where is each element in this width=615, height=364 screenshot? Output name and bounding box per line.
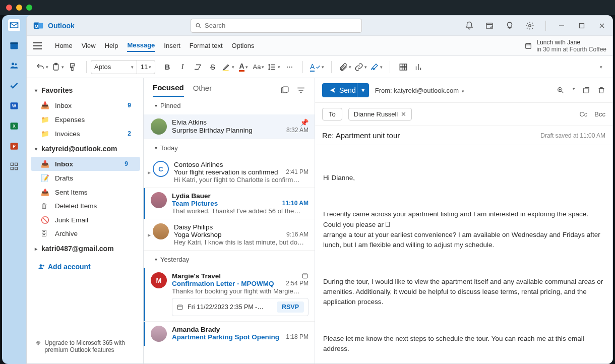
maximize-window-dot[interactable] [26, 5, 32, 11]
folder-inbox[interactable]: 📥 Inbox 9 [31, 157, 140, 171]
mail-item[interactable]: Lydia Bauer Team Pictures 11:10 AM That … [144, 188, 315, 219]
tab-help[interactable]: Help [105, 40, 118, 51]
svg-rect-28 [283, 87, 288, 92]
discard-icon[interactable] [597, 86, 605, 94]
folder-sent[interactable]: 📤 Sent Items [28, 185, 143, 199]
rsvp-button[interactable]: RSVP [277, 301, 304, 313]
font-selector[interactable]: Aptos▾ 11▾ [91, 60, 155, 74]
remove-recipient-icon[interactable]: ✕ [401, 110, 406, 118]
recipient-chip[interactable]: Dianne Russell ✕ [348, 108, 412, 120]
clear-format-button[interactable] [192, 60, 204, 74]
format-toolbar: ▾ ▾ Aptos▾ 11▾ B I S ▾ A▾ Aa▾ ▾ ⋯ [27, 56, 612, 78]
body-greeting: Hi Dianne, [323, 173, 604, 183]
tab-message[interactable]: Message [127, 39, 155, 52]
mail-item[interactable]: ▸ C Contoso Airlines Your flight reserva… [144, 157, 315, 188]
svg-rect-25 [400, 64, 407, 70]
bold-button[interactable]: B [161, 60, 173, 74]
italic-button[interactable]: I [176, 60, 189, 74]
filter-icon[interactable] [296, 86, 305, 95]
tab-other[interactable]: Other [193, 84, 212, 96]
cc-button[interactable]: Cc [579, 110, 587, 118]
thread-expand-icon[interactable]: ▸ [148, 169, 151, 176]
folder-drafts[interactable]: 📝 Drafts [28, 171, 143, 185]
subject-text[interactable]: Re: Apartment unit tour [322, 131, 400, 140]
window-minimize-icon[interactable] [557, 21, 566, 30]
window-close-icon[interactable] [597, 21, 606, 30]
thread-expand-icon[interactable]: ▸ [148, 231, 151, 238]
line-spacing-button[interactable]: ▾ [268, 60, 280, 74]
ribbon-expand-button[interactable]: ▾ [594, 60, 606, 74]
popout-icon[interactable] [582, 86, 590, 94]
folder-archive[interactable]: 🗄 Archive [28, 227, 143, 240]
word-rail-icon[interactable]: W [8, 100, 20, 112]
powerpoint-rail-icon[interactable]: P [8, 140, 20, 152]
section-pinned[interactable]: ▾ Pinned [144, 97, 315, 114]
more-format-button[interactable]: ⋯ [283, 60, 295, 74]
hamburger-icon[interactable] [33, 42, 42, 49]
settings-gear-icon[interactable] [525, 21, 534, 30]
select-mode-icon[interactable] [280, 86, 289, 95]
fav-expenses[interactable]: 📁 Expenses [28, 112, 143, 127]
tips-icon[interactable] [505, 21, 514, 30]
folder-deleted[interactable]: 🗑 Deleted Items [28, 199, 143, 213]
send-dropdown-button[interactable]: ▾ [357, 83, 369, 97]
upgrade-notice[interactable]: Upgrade to Microsoft 365 with premium Ou… [28, 333, 143, 359]
tab-insert[interactable]: Insert [164, 40, 180, 51]
fav-inbox[interactable]: 📥 Inbox 9 [28, 98, 143, 112]
highlight-button[interactable]: ▾ [222, 60, 234, 74]
zoom-dropdown[interactable]: ▾ [573, 86, 575, 94]
add-account-button[interactable]: Add account [28, 257, 143, 277]
tab-options[interactable]: Options [232, 40, 255, 51]
account1-header[interactable]: ▾ katyreid@outlook.com [28, 141, 143, 157]
change-case-button[interactable]: Aa▾ [253, 60, 265, 74]
format-painter-button[interactable] [67, 60, 79, 74]
undo-button[interactable]: ▾ [36, 60, 48, 74]
signature-button[interactable]: ▾ [370, 60, 383, 74]
mail-item[interactable]: M Margie's Travel Confirmation Letter - … [144, 268, 315, 322]
editor-button[interactable]: A▾ [310, 60, 324, 74]
table-button[interactable] [397, 60, 409, 74]
attach-button[interactable]: ▾ [339, 60, 351, 74]
tab-view[interactable]: View [82, 40, 96, 51]
favorites-header[interactable]: ▾ Favorites [28, 82, 143, 98]
more-apps-rail-icon[interactable] [8, 160, 20, 172]
my-day-icon[interactable] [485, 21, 494, 30]
font-color-button[interactable]: A▾ [237, 60, 250, 74]
calendar-rail-icon[interactable] [8, 39, 20, 51]
main-area: O Outlook Home View Help Mess [26, 15, 613, 364]
from-label[interactable]: From: katyreid@outlook.com ▾ [375, 87, 464, 94]
minimize-window-dot[interactable] [16, 5, 22, 11]
mail-item-pinned[interactable]: Elvia Atkins 📌 Surprise Birthday Plannin… [144, 114, 315, 139]
people-rail-icon[interactable] [8, 59, 20, 72]
poll-button[interactable] [412, 60, 424, 74]
compose-body[interactable]: Hi Dianne, I recently came across your a… [315, 145, 612, 363]
title-bar: O Outlook [27, 16, 612, 36]
todo-rail-icon[interactable] [8, 80, 20, 92]
calendar-reminder[interactable]: Lunch with Jane in 30 min at Fourth Coff… [524, 39, 606, 53]
fav-invoices[interactable]: 📁 Invoices 2 [28, 127, 143, 141]
mail-time: 8:32 AM [286, 127, 309, 134]
notification-bell-icon[interactable] [465, 21, 474, 30]
tab-format-text[interactable]: Format text [190, 40, 223, 51]
pin-icon[interactable]: 📌 [300, 118, 309, 127]
mail-item[interactable]: Amanda Brady Apartment Parking Spot Open… [144, 322, 315, 346]
search-input[interactable] [205, 22, 357, 29]
excel-rail-icon[interactable]: X [8, 120, 20, 132]
paste-button[interactable]: ▾ [51, 60, 64, 74]
to-button[interactable]: To [322, 108, 342, 120]
zoom-icon[interactable] [557, 86, 565, 94]
link-button[interactable]: ▾ [354, 60, 367, 74]
section-yesterday[interactable]: ▾ Yesterday [144, 251, 315, 268]
bcc-button[interactable]: Bcc [594, 110, 605, 118]
search-box[interactable] [191, 19, 362, 33]
tab-home[interactable]: Home [55, 40, 73, 51]
section-today[interactable]: ▾ Today [144, 139, 315, 157]
window-maximize-icon[interactable] [577, 21, 586, 30]
account2-header[interactable]: ▸ katri0487@gmail.com [28, 240, 143, 257]
folder-junk[interactable]: 🚫 Junk Email [28, 213, 143, 227]
mail-item[interactable]: ▸ Daisy Philips Yoga Workshop 9:16 AM He… [144, 219, 315, 251]
strikethrough-button[interactable]: S [207, 60, 219, 74]
close-window-dot[interactable] [6, 5, 12, 11]
mail-rail-icon[interactable] [8, 19, 20, 31]
tab-focused[interactable]: Focused [153, 83, 184, 97]
